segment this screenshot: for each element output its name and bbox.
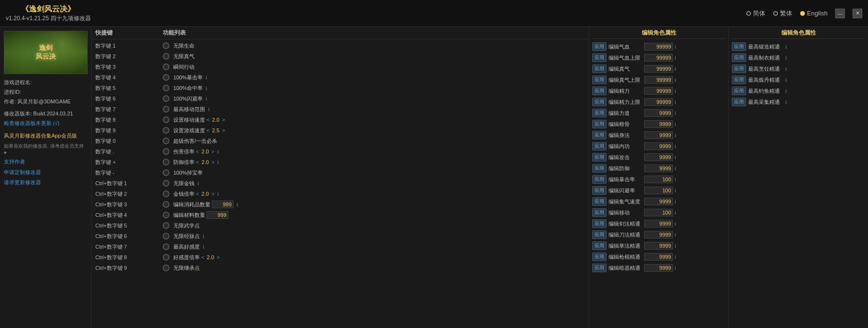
speed-decrease[interactable]: < bbox=[196, 159, 199, 165]
speed-increase[interactable]: > bbox=[211, 191, 214, 197]
lang-simplified[interactable]: 简体 bbox=[746, 9, 765, 18]
speed-decrease[interactable]: < bbox=[207, 117, 209, 123]
minimize-button[interactable]: — bbox=[835, 9, 845, 18]
toggle-circle[interactable] bbox=[163, 265, 169, 271]
toggle-circle[interactable] bbox=[163, 254, 169, 261]
toggle-circle[interactable] bbox=[163, 74, 169, 81]
edit-input[interactable] bbox=[644, 264, 673, 272]
edit-input[interactable] bbox=[644, 142, 673, 150]
toggle-circle[interactable] bbox=[163, 222, 169, 229]
toggle-circle[interactable] bbox=[163, 63, 169, 70]
lang-english[interactable]: English bbox=[800, 10, 828, 17]
toggle-circle[interactable] bbox=[163, 243, 169, 250]
info-icon: ℹ bbox=[674, 44, 676, 50]
edit-input[interactable] bbox=[644, 109, 673, 117]
edit-input[interactable] bbox=[644, 164, 673, 172]
apply-button[interactable]: 应用 bbox=[592, 230, 607, 239]
apply-button[interactable]: 应用 bbox=[592, 252, 607, 261]
edit-input[interactable] bbox=[644, 187, 673, 194]
toggle-circle[interactable] bbox=[163, 95, 169, 102]
apply-button[interactable]: 应用 bbox=[592, 186, 607, 195]
edit-input[interactable] bbox=[644, 131, 673, 139]
author-label: 作者: 风灵月影@3DMGAME bbox=[4, 97, 87, 107]
edit-input[interactable] bbox=[644, 87, 673, 95]
edit-input[interactable] bbox=[644, 220, 673, 227]
apply-button[interactable]: 应用 bbox=[592, 87, 607, 95]
apply-button[interactable]: 应用 bbox=[592, 197, 607, 206]
edit-input[interactable] bbox=[644, 209, 673, 216]
lang-english-radio[interactable] bbox=[800, 11, 805, 16]
speed-increase[interactable]: > bbox=[211, 149, 214, 154]
edit-input[interactable] bbox=[644, 242, 673, 250]
close-button[interactable]: ✕ bbox=[853, 9, 862, 18]
edit-input[interactable] bbox=[644, 98, 673, 106]
toggle-circle[interactable] bbox=[163, 85, 169, 91]
speed-decrease[interactable]: < bbox=[196, 191, 199, 197]
apply-button[interactable]: 应用 bbox=[592, 64, 607, 73]
material-qty-input[interactable] bbox=[207, 211, 228, 219]
apply-button[interactable]: 应用 bbox=[592, 76, 607, 84]
apply-button[interactable]: 应用 bbox=[592, 153, 607, 162]
edit-input[interactable] bbox=[644, 120, 673, 128]
edit-input[interactable] bbox=[644, 176, 673, 183]
edit-input[interactable] bbox=[644, 253, 673, 261]
edit-input[interactable] bbox=[644, 43, 673, 50]
check-update-link[interactable]: 检查修改器版本更新 (√) bbox=[4, 119, 87, 128]
more-link[interactable]: 请求更新修改器 bbox=[4, 178, 87, 188]
toggle-circle[interactable] bbox=[163, 42, 169, 49]
apply-button[interactable]: 应用 bbox=[592, 241, 607, 250]
toggle-circle[interactable] bbox=[163, 53, 169, 60]
edit-input[interactable] bbox=[644, 54, 673, 62]
apply-button[interactable]: 应用 bbox=[592, 219, 607, 228]
apply-button[interactable]: 应用 bbox=[732, 64, 746, 73]
toggle-circle[interactable] bbox=[163, 106, 169, 113]
apply-button[interactable]: 应用 bbox=[592, 109, 607, 117]
toggle-circle[interactable] bbox=[163, 148, 169, 155]
toggle-circle[interactable] bbox=[163, 180, 169, 187]
apply-button[interactable]: 应用 bbox=[592, 164, 607, 173]
apply-button[interactable]: 应用 bbox=[592, 131, 607, 139]
speed-increase[interactable]: > bbox=[222, 127, 225, 133]
apply-button[interactable]: 应用 bbox=[592, 120, 607, 128]
info-icon: ℹ bbox=[674, 232, 676, 238]
consumable-qty-input[interactable] bbox=[212, 201, 233, 208]
support-link[interactable]: 支持作者 bbox=[4, 157, 87, 167]
edit-input[interactable] bbox=[644, 198, 673, 205]
lang-simplified-radio[interactable] bbox=[746, 11, 751, 16]
apply-button[interactable]: 应用 bbox=[592, 175, 607, 184]
toggle-circle[interactable] bbox=[163, 116, 169, 123]
apply-button[interactable]: 应用 bbox=[732, 76, 746, 84]
toggle-circle[interactable] bbox=[163, 190, 169, 197]
apply-button[interactable]: 应用 bbox=[732, 53, 746, 62]
apply-button[interactable]: 应用 bbox=[732, 87, 746, 95]
toggle-circle[interactable] bbox=[163, 201, 169, 208]
toggle-circle[interactable] bbox=[163, 169, 169, 176]
edit-input[interactable] bbox=[644, 153, 673, 161]
apply-button[interactable]: 应用 bbox=[732, 98, 746, 106]
member-link[interactable]: 风灵月影修改器合集App会员版 bbox=[4, 133, 77, 139]
lang-traditional-radio[interactable] bbox=[773, 11, 778, 16]
edit-input[interactable] bbox=[644, 76, 673, 84]
apply-button[interactable]: 应用 bbox=[592, 208, 607, 217]
apply-button[interactable]: 应用 bbox=[592, 42, 607, 51]
apply-button[interactable]: 应用 bbox=[592, 53, 607, 62]
speed-decrease[interactable]: < bbox=[201, 254, 204, 260]
speed-decrease[interactable]: < bbox=[196, 149, 199, 154]
edit-input[interactable] bbox=[644, 231, 673, 239]
apply-button[interactable]: 应用 bbox=[592, 142, 607, 151]
lang-traditional[interactable]: 繁体 bbox=[773, 9, 792, 18]
toggle-circle[interactable] bbox=[163, 212, 169, 218]
speed-increase[interactable]: > bbox=[222, 117, 225, 123]
toggle-circle[interactable] bbox=[163, 127, 169, 134]
apply-button[interactable]: 应用 bbox=[592, 98, 607, 106]
toggle-circle[interactable] bbox=[163, 233, 169, 240]
custom-link[interactable]: 申请定制修改器 bbox=[4, 168, 87, 177]
edit-input[interactable] bbox=[644, 65, 673, 73]
toggle-circle[interactable] bbox=[163, 138, 169, 144]
apply-button[interactable]: 应用 bbox=[592, 264, 607, 272]
toggle-circle[interactable] bbox=[163, 159, 169, 165]
speed-decrease[interactable]: < bbox=[207, 127, 209, 133]
speed-increase[interactable]: > bbox=[211, 159, 214, 165]
apply-button[interactable]: 应用 bbox=[732, 42, 746, 51]
speed-increase[interactable]: > bbox=[217, 254, 220, 260]
